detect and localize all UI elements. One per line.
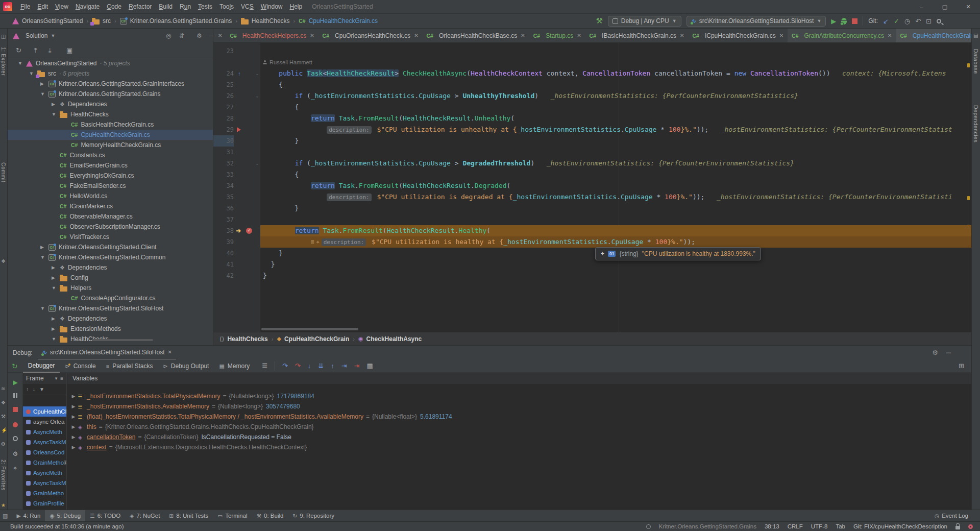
pin-icon[interactable]: ⌖ — [8, 465, 23, 472]
close-icon[interactable]: ✕ — [414, 33, 418, 38]
layout-menu-icon[interactable]: ☰ — [262, 363, 267, 370]
tree-collapsed-icon[interactable]: ▶ — [52, 265, 55, 270]
settings-icon[interactable]: ⚙ — [1, 441, 6, 447]
pause-icon[interactable] — [8, 393, 23, 400]
tree-item[interactable]: C#ConsoleAppConfigurator.cs — [8, 293, 213, 303]
filter-frames-icon[interactable]: ▼ — [39, 387, 44, 392]
code-editor[interactable]: + 01 {string} "CPU utilization is health… — [213, 43, 971, 332]
close-icon[interactable]: ✕ — [957, 0, 980, 14]
gear-icon[interactable]: ⚙ — [197, 32, 202, 39]
tool-window-button-5-debug[interactable]: ◉5: Debug — [45, 510, 85, 521]
frames-menu-icon[interactable]: ≡ — [60, 376, 63, 381]
previous-frame-icon[interactable]: ↑ — [26, 387, 29, 392]
tree-collapsed-icon[interactable]: ▶ — [52, 316, 55, 321]
step-out-icon[interactable]: ↑ — [331, 362, 334, 370]
tree-item[interactable]: ▶❖Dependencies — [8, 262, 213, 273]
tree-item[interactable]: ▶❖Dependencies — [8, 313, 213, 324]
tree-item[interactable]: ▼C#Kritner.Orleans.GettingStarted.Grains — [8, 89, 213, 99]
tree-item[interactable]: C#ObserverSubscriptionManager.cs — [8, 222, 213, 232]
rerun-icon[interactable]: ↻ — [12, 362, 18, 370]
code-line[interactable]: 32⌄ if (_hostEnvironmentStatistics.CpuUs… — [213, 158, 971, 169]
tree-item[interactable]: ▶❖Dependencies — [8, 99, 213, 109]
code-line[interactable]: 29 description: $"CPU utilization is unh… — [213, 124, 971, 135]
breadcrumb-item[interactable]: C#Kritner.Orleans.GettingStarted.Grains — [120, 17, 232, 25]
close-icon[interactable]: ✕ — [521, 33, 525, 38]
editor-tab[interactable]: C#CpuHealthCheckGrain.cs✕ — [896, 29, 971, 43]
code-line[interactable]: 41 } — [213, 259, 971, 270]
code-line[interactable]: 34 return Task.FromResult(HealthCheckRes… — [213, 180, 971, 191]
build-hammer-icon[interactable]: ⚒ — [596, 16, 602, 26]
sync-icon[interactable]: ↻ — [16, 46, 21, 54]
close-icon[interactable]: ✕ — [310, 33, 314, 38]
code-author-annotation[interactable]: Russell Hammett — [263, 57, 312, 68]
breakpoint-icon[interactable]: ✓ — [246, 228, 252, 234]
tree-item[interactable]: C#BasicHealthCheckGrain.cs — [8, 119, 213, 130]
endpoints-icon[interactable]: ⚡ — [1, 427, 7, 433]
debugger-tab-debug-output[interactable]: ⊳Debug Output — [158, 359, 214, 373]
tool-stripe-database[interactable]: Database — [973, 49, 979, 74]
search-everywhere-icon[interactable] — [937, 19, 941, 23]
build-icon[interactable]: ⚒ — [1, 414, 6, 419]
tree-collapsed-icon[interactable]: ▶ — [40, 245, 44, 250]
hide-panel-icon[interactable]: ─ — [208, 32, 213, 39]
stack-frame-row[interactable]: AsyncTaskM — [23, 437, 66, 447]
tool-window-button-0-build[interactable]: ⚒0: Build — [252, 510, 288, 521]
tree-expanded-icon[interactable]: ▼ — [40, 306, 45, 311]
resume-icon[interactable]: ▶ — [8, 379, 23, 386]
caret-position[interactable]: 38:13 — [765, 523, 779, 529]
tool-stripe-favorites[interactable]: 2: Favorites — [1, 460, 7, 491]
debug-session-tab[interactable]: ∿ src\Kritner.OrleansGettingStarted.Silo… — [38, 346, 176, 360]
menu-item-help[interactable]: Help — [286, 3, 306, 10]
variable-row[interactable]: ▶◈this={Kritner.Orleans.GettingStarted.G… — [67, 422, 971, 432]
tool-window-switcher-icon[interactable]: ▥ — [3, 513, 8, 519]
smart-step-into-icon[interactable]: ⇊ — [318, 362, 324, 370]
step-over-icon[interactable]: ↷ — [282, 362, 288, 370]
tree-item[interactable]: ▼Helpers — [8, 283, 213, 293]
evaluate-expression-icon[interactable]: ▦ — [366, 362, 373, 370]
tree-item[interactable]: C#EmailSenderGrain.cs — [8, 160, 213, 171]
close-icon[interactable]: ✕ — [218, 33, 222, 38]
code-line[interactable]: 26⌄ if (_hostEnvironmentStatistics.CpuUs… — [213, 90, 971, 102]
variable-row[interactable]: ▶☰_hostEnvironmentStatistics.TotalPhysic… — [67, 391, 971, 401]
editor-breadcrumb-item[interactable]: CpuHealthCheckGrain — [284, 335, 349, 343]
implements-icon[interactable]: ↑ — [238, 68, 241, 79]
editor-horizontal-scrollbar[interactable] — [261, 328, 358, 330]
tree-expanded-icon[interactable]: ▼ — [40, 91, 45, 96]
hide-panel-icon[interactable]: ─ — [946, 349, 951, 356]
event-log-button[interactable]: ◷ Event Log — [930, 510, 973, 521]
indent-indicator[interactable]: Tab — [836, 523, 845, 529]
fold-marker-icon[interactable]: ⌄ — [255, 158, 259, 169]
stack-frame-row[interactable]: OrleansCod — [23, 447, 66, 457]
run-button[interactable]: ▶ — [831, 17, 836, 25]
line-ending-indicator[interactable]: CRLF — [788, 523, 803, 529]
menu-item-edit[interactable]: Edit — [34, 3, 52, 10]
tree-expanded-icon[interactable]: ▼ — [18, 61, 22, 66]
tree-item[interactable]: ▶C#Kritner.Orleans.GettingStarted.GrainI… — [8, 79, 213, 89]
structure-icon[interactable]: ❖ — [1, 258, 6, 264]
tool-window-button-6-todo[interactable]: ☰6: TODO — [85, 510, 125, 521]
tree-item[interactable]: C#EverythingIsOkGrain.cs — [8, 171, 213, 181]
chevron-down-icon[interactable]: ▾ — [55, 376, 58, 381]
collapse-all-icon[interactable]: ⇵ — [179, 32, 184, 39]
menu-item-file[interactable]: File — [17, 3, 34, 10]
profiler-icon[interactable]: ≋ — [1, 386, 5, 392]
config-selector[interactable]: Debug | Any CPU ▼ — [608, 16, 681, 27]
force-run-to-cursor-icon[interactable]: ⇥ — [354, 362, 360, 370]
git-update-icon[interactable]: ↙ — [883, 17, 889, 25]
debugger-tab-console[interactable]: ⊳Console — [60, 359, 101, 373]
code-line[interactable]: 33 { — [213, 169, 971, 180]
tree-item[interactable]: ▶ExtensionMethods — [8, 324, 213, 334]
editor-breadcrumb-item[interactable]: CheckHealthAsync — [366, 335, 422, 343]
stop-button[interactable] — [852, 18, 857, 24]
notifications-icon[interactable] — [968, 524, 973, 529]
run-configuration-selector[interactable]: ∿ src\Kritner.OrleansGettingStarted.Silo… — [687, 16, 826, 27]
fold-marker-icon[interactable]: ⌄ — [255, 68, 259, 79]
code-line[interactable]: 31 — [213, 147, 971, 158]
tree-item[interactable]: C#MemoryHealthCheckGrain.cs — [8, 140, 213, 150]
error-stripe-mark[interactable] — [967, 63, 970, 67]
menu-item-navigate[interactable]: Navigate — [72, 3, 103, 10]
remote-icon[interactable] — [646, 524, 651, 529]
next-frame-icon[interactable]: ↓ — [33, 387, 35, 392]
code-line[interactable]: 28 return Task.FromResult(HealthCheckRes… — [213, 113, 971, 124]
run-anything-icon[interactable]: ⊡ — [926, 17, 932, 25]
